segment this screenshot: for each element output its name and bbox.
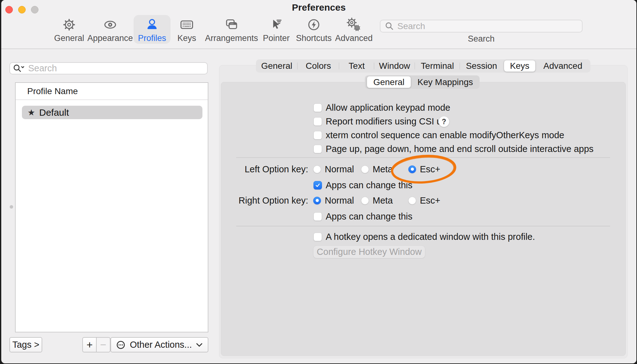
checkbox-row-keypad[interactable]: Allow application keypad mode [313,102,450,113]
tab-window[interactable]: Window [374,59,415,73]
tab-label: Text [349,61,364,71]
gear-icon [62,18,76,32]
toolbar-item-shortcuts[interactable]: Shortcuts [292,15,336,44]
tab-keys[interactable]: Keys [504,60,535,72]
toolbar-item-pointer[interactable]: Pointer [258,15,294,44]
ellipsis-circle-icon [116,340,125,350]
profile-list: Profile Name ★ Default [15,82,208,332]
window-title: Preferences [1,2,636,13]
radio-label: Esc+ [420,195,440,206]
left-apps-can-change[interactable]: Apps can change this [313,180,412,190]
tab-session[interactable]: Session [460,59,503,73]
radio[interactable] [408,165,416,173]
toolbar-item-advanced[interactable]: Advanced [331,15,377,44]
checkbox[interactable] [313,233,322,241]
checkbox-label: Report modifiers using CSI u [326,116,442,127]
toolbar-search-label: Search [380,34,583,44]
gears-icon [347,18,361,32]
tab-text[interactable]: Text [339,59,374,73]
checkbox-label: xterm control sequence can enable modify… [326,130,564,140]
other-actions-dropdown[interactable]: Other Actions... [110,337,208,352]
toolbar-item-arrangements[interactable]: Arrangements [201,15,262,44]
window-edge-dot [10,205,13,209]
star-icon: ★ [28,108,35,118]
tags-button[interactable]: Tags > [9,337,42,352]
remove-profile-button[interactable]: − [96,337,110,352]
toolbar-label: General [54,33,84,43]
hotkey-checkbox-row[interactable]: A hotkey opens a dedicated window with t… [313,231,535,242]
checkbox-row-modifyotherkeys[interactable]: xterm control sequence can enable modify… [313,130,564,140]
toolbar-label: Profiles [138,33,166,43]
help-button[interactable]: ? [439,116,449,127]
checkbox[interactable] [313,131,322,139]
right-option-esc[interactable]: Esc+ [408,195,440,206]
toolbar-item-profiles[interactable]: Profiles [134,15,171,44]
toolbar-item-appearance[interactable]: Appearance [83,15,137,44]
toolbar-label: Keys [177,33,196,43]
subtab-label: Key Mappings [417,77,473,87]
checkbox[interactable] [313,145,322,153]
toolbar-label: Advanced [335,33,373,43]
tab-terminal[interactable]: Terminal [415,59,460,73]
keys-subtabs: General Key Mappings [365,75,480,89]
toolbar-search-placeholder: Search [397,21,425,31]
radio[interactable] [408,197,416,205]
section-divider [236,226,610,226]
radio[interactable] [361,197,369,205]
tab-general[interactable]: General [256,59,298,73]
cursor-icon [269,18,283,32]
toolbar-label: Shortcuts [296,33,332,43]
right-option-key-label: Right Option key: [219,195,308,206]
toolbar-label: Pointer [263,33,290,43]
left-option-esc[interactable]: Esc+ [408,164,440,174]
checkbox[interactable] [313,181,322,190]
toolbar-divider [1,48,636,49]
tab-advanced[interactable]: Advanced [536,59,589,73]
right-apps-can-change[interactable]: Apps can change this [313,211,412,222]
subtab-general[interactable]: General [367,76,411,88]
profile-search-placeholder: Search [28,63,57,73]
tab-colors[interactable]: Colors [298,59,339,73]
radio-label: Normal [325,164,354,174]
checkbox-row-scroll-outside[interactable]: Page up, page down, home and end scroll … [313,144,594,154]
toolbar-search-field[interactable]: Search [380,20,583,33]
profile-row-default[interactable]: ★ Default [22,106,202,119]
subtab-key-mappings[interactable]: Key Mappings [411,75,480,89]
windows-icon [224,18,239,32]
checkbox-label: Apps can change this [326,180,412,190]
checkbox[interactable] [313,212,322,221]
tab-label: Terminal [421,61,454,71]
subtab-label: General [373,77,405,87]
checkbox[interactable] [313,104,322,112]
profile-tabs: General Colors Text Window Terminal Sess… [256,59,590,73]
checkbox-label: Page up, page down, home and end scroll … [326,144,594,154]
radio-label: Meta [373,195,393,206]
profile-list-header-divider [16,99,208,100]
radio[interactable] [361,165,369,173]
checkbox-label: A hotkey opens a dedicated window with t… [326,232,535,242]
other-actions-label: Other Actions... [130,340,192,350]
checkbox[interactable] [313,117,322,126]
configure-hotkey-window-button[interactable]: Configure Hotkey Window [313,245,425,258]
radio[interactable] [313,165,321,173]
radio[interactable] [313,197,321,205]
add-profile-button[interactable]: + [82,337,96,352]
tab-label: Keys [510,61,529,71]
titlebar: Preferences General Appearance [1,0,636,49]
profile-search-field[interactable]: Search [9,62,208,74]
preferences-window: Preferences General Appearance [1,0,636,363]
person-icon [145,18,159,32]
right-option-normal[interactable]: Normal [313,195,354,206]
right-option-meta[interactable]: Meta [361,195,393,206]
screenshot-stage: Preferences General Appearance [0,0,637,364]
checkbox-label: Apps can change this [326,211,412,222]
checkbox-row-csi-u[interactable]: Report modifiers using CSI u [313,116,442,127]
section-divider [236,157,610,158]
left-option-meta[interactable]: Meta [361,164,393,174]
left-option-normal[interactable]: Normal [313,164,354,174]
radio-label: Normal [325,195,354,206]
tab-label: Colors [306,61,331,71]
keyboard-icon [180,18,194,32]
toolbar-item-keys[interactable]: Keys [173,15,201,44]
check-icon [315,183,320,188]
